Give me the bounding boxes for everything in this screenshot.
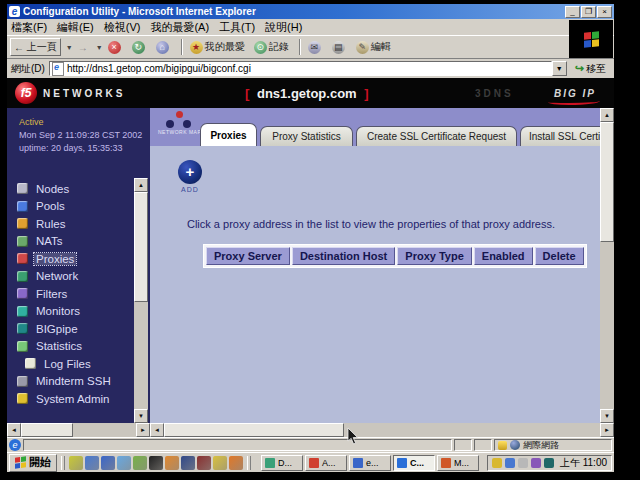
edit-button[interactable]: ✎編輯 (353, 39, 394, 55)
minimize-button[interactable]: _ (565, 6, 580, 18)
menu-item-v[interactable]: 檢視(V) (104, 20, 141, 35)
quick-launch-icon-7[interactable] (165, 456, 179, 470)
add-icon[interactable]: + (178, 160, 202, 184)
browser-toolbar: ← 上一頁 ▼ → ▼ × ↻ ⌂ ★我的最愛 ⊙記錄 ✉ ▤ ✎編輯 (7, 36, 567, 58)
window-titlebar[interactable]: e Configuration Utility - Microsoft Inte… (7, 4, 614, 19)
back-button[interactable]: ← 上一頁 (10, 38, 61, 56)
sidebar-item-rules[interactable]: Rules (17, 215, 135, 233)
tray-icon-1[interactable] (492, 458, 502, 468)
taskbar-window-button[interactable]: M... (437, 455, 479, 471)
menu-item-f[interactable]: 檔案(F) (11, 20, 47, 35)
sidebar-item-system-admin[interactable]: System Admin (17, 390, 135, 408)
column-header-proxy-type[interactable]: Proxy Type (397, 247, 472, 265)
sidebar-item-nats[interactable]: NATs (17, 233, 135, 251)
menu-item-h[interactable]: 說明(H) (265, 20, 302, 35)
start-button[interactable]: 開始 (9, 454, 57, 472)
tab-proxy-statistics[interactable]: Proxy Statistics (260, 126, 353, 146)
forward-button[interactable]: → (75, 41, 91, 54)
tab-proxies[interactable]: Proxies (200, 123, 257, 146)
f5-logo-icon[interactable]: f5 (15, 82, 37, 104)
scroll-left-icon[interactable]: ◄ (150, 423, 164, 437)
scroll-up-icon[interactable]: ▲ (134, 178, 148, 192)
video-frame: { "titlebar": { "title": "Configuration … (0, 0, 640, 480)
sidebar-hscrollbar[interactable]: ◄ ► (7, 423, 150, 437)
tray-icon-2[interactable] (505, 458, 515, 468)
restore-button[interactable]: ❐ (581, 6, 596, 18)
sidebar-item-statistics[interactable]: Statistics (17, 338, 135, 356)
scroll-left-icon[interactable]: ◄ (7, 423, 21, 437)
back-dropdown-icon[interactable]: ▼ (66, 44, 73, 51)
go-button[interactable]: ↪ 移至 (571, 61, 610, 77)
taskbar: 開始 D... A... e... C... M... 上午 11:00 (7, 452, 614, 472)
taskbar-window-button[interactable]: C... (393, 455, 435, 471)
product-bigip-label: BIG IP (554, 88, 596, 99)
edit-icon: ✎ (356, 41, 369, 54)
taskbar-window-button[interactable]: D... (261, 455, 303, 471)
taskbar-clock[interactable]: 上午 11:00 (560, 456, 607, 470)
quick-launch-icon-5[interactable] (133, 456, 147, 470)
add-proxy-button[interactable]: + ADD (170, 160, 210, 193)
home-button[interactable]: ⌂ (153, 40, 174, 55)
system-tray: 上午 11:00 (487, 455, 612, 471)
column-header-destination-host[interactable]: Destination Host (292, 247, 395, 265)
sidebar-item-bigpipe[interactable]: BIGpipe (17, 320, 135, 338)
column-header-delete[interactable]: Delete (535, 247, 584, 265)
quick-launch-icon-2[interactable] (85, 456, 99, 470)
scroll-thumb[interactable] (134, 192, 148, 302)
close-button[interactable]: × (597, 6, 612, 18)
address-dropdown-icon[interactable]: ▼ (552, 61, 567, 76)
statusbar-page-icon: e (9, 439, 21, 451)
main-vscrollbar[interactable]: ▲ ▼ (600, 108, 614, 423)
proxy-table-header-row: Proxy ServerDestination HostProxy TypeEn… (203, 244, 587, 268)
stop-button[interactable]: × (105, 40, 126, 55)
tray-icon-3[interactable] (518, 458, 528, 468)
scroll-thumb[interactable] (164, 423, 344, 437)
scroll-up-icon[interactable]: ▲ (600, 108, 614, 122)
quick-launch-icon-9[interactable] (197, 456, 211, 470)
scroll-right-icon[interactable]: ► (136, 423, 150, 437)
tab-create-ssl-certificate-request[interactable]: Create SSL Certificate Request (356, 126, 517, 146)
scroll-down-icon[interactable]: ▼ (600, 409, 614, 423)
scroll-down-icon[interactable]: ▼ (134, 409, 148, 423)
window-button-icon (397, 458, 407, 468)
scroll-thumb[interactable] (21, 423, 73, 437)
history-button[interactable]: ⊙記錄 (251, 39, 292, 55)
quick-launch-icon-8[interactable] (181, 456, 195, 470)
address-url[interactable]: http://dns1.getop.com/bigipgui/bigconf.c… (67, 63, 251, 74)
menu-item-t[interactable]: 工具(T) (219, 20, 255, 35)
tray-icon-5[interactable] (544, 458, 554, 468)
sidebar-item-mindterm-ssh[interactable]: Mindterm SSH (17, 373, 135, 391)
quick-launch-icon-6[interactable] (149, 456, 163, 470)
quick-launch-icon-4[interactable] (117, 456, 131, 470)
taskbar-window-button[interactable]: A... (305, 455, 347, 471)
scroll-thumb[interactable] (600, 122, 614, 242)
quick-launch-icon-3[interactable] (101, 456, 115, 470)
mail-button[interactable]: ✉ (305, 40, 326, 55)
column-header-enabled[interactable]: Enabled (474, 247, 533, 265)
taskbar-window-button[interactable]: e... (349, 455, 391, 471)
menu-item-e[interactable]: 編輯(E) (57, 20, 94, 35)
sidebar-item-log-files[interactable]: Log Files (17, 355, 135, 373)
scroll-right-icon[interactable]: ► (600, 423, 614, 437)
forward-dropdown-icon[interactable]: ▼ (96, 44, 103, 51)
sidebar-item-nodes[interactable]: Nodes (17, 180, 135, 198)
sidebar-item-pools[interactable]: Pools (17, 198, 135, 216)
sidebar-item-proxies[interactable]: Proxies (17, 250, 135, 268)
refresh-button[interactable]: ↻ (129, 40, 150, 55)
menu-item-a[interactable]: 我的最愛(A) (150, 20, 209, 35)
quick-launch-icon-11[interactable] (229, 456, 243, 470)
sidebar-item-filters[interactable]: Filters (17, 285, 135, 303)
sidebar-item-network[interactable]: Network (17, 268, 135, 286)
network-map-button[interactable]: NETWORK MAP (158, 111, 200, 141)
sidebar-item-monitors[interactable]: Monitors (17, 303, 135, 321)
tray-icon-4[interactable] (531, 458, 541, 468)
column-header-proxy-server[interactable]: Proxy Server (206, 247, 290, 265)
address-input[interactable]: http://dns1.getop.com/bigipgui/bigconf.c… (49, 61, 552, 76)
tab-install-ssl-certif[interactable]: Install SSL Certif (520, 126, 612, 146)
quick-launch-icon-1[interactable] (69, 456, 83, 470)
main-hscrollbar[interactable]: ◄ ► (150, 423, 614, 437)
favorites-button[interactable]: ★我的最愛 (187, 39, 248, 55)
print-button[interactable]: ▤ (329, 40, 350, 55)
sidebar-vscrollbar[interactable]: ▲ ▼ (134, 178, 148, 423)
quick-launch-icon-10[interactable] (213, 456, 227, 470)
